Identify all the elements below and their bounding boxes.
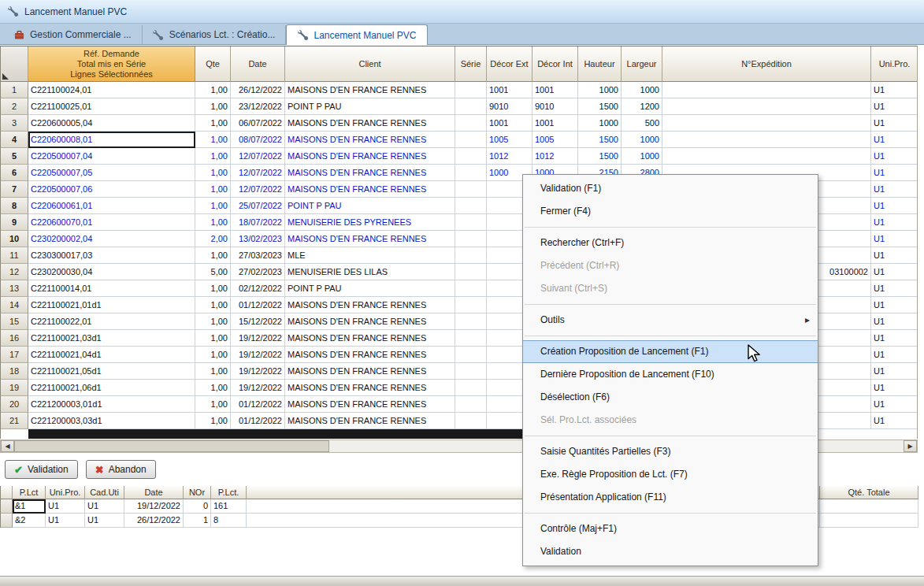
cell-uni_pro[interactable]: U1 (871, 363, 918, 380)
cell-hauteur[interactable]: 1500 (578, 98, 622, 115)
cell-largeur[interactable]: 1000 (622, 132, 662, 148)
cell-ref[interactable]: C220600061,01 (28, 198, 195, 214)
cell-client[interactable]: MAISONS D'EN FRANCE RENNES (285, 330, 455, 347)
cell-client[interactable]: MAISONS D'EN FRANCE RENNES (285, 380, 455, 396)
cell-decor_ext[interactable]: 1012 (487, 148, 533, 165)
cell-serie[interactable] (455, 380, 487, 396)
cell-client[interactable]: MAISONS D'EN FRANCE RENNES (285, 115, 455, 132)
cell-client[interactable]: MAISONS D'EN FRANCE RENNES (285, 347, 455, 363)
cell-serie[interactable] (455, 214, 487, 231)
cell-date[interactable]: 06/07/2022 (231, 115, 285, 132)
cell-largeur[interactable]: 500 (622, 115, 662, 132)
cell-ref[interactable]: C230300017,03 (28, 247, 195, 264)
cell-date[interactable]: 01/12/2022 (231, 396, 285, 413)
cell-ref[interactable]: C220500007,04 (28, 148, 195, 165)
column-header-date[interactable]: Date (124, 486, 184, 499)
cell-caduti[interactable]: U1 (85, 499, 124, 514)
cell-nor[interactable]: 1 (184, 514, 211, 528)
cell-uni_pro[interactable]: U1 (871, 98, 918, 115)
cell-decor_ext[interactable]: 9010 (487, 98, 533, 115)
cell-ref[interactable]: C220600070,01 (28, 214, 195, 231)
cell-serie[interactable] (455, 396, 487, 413)
menu-item-exe-r-gle-proposition-de-lct-f7[interactable]: Exe. Règle Proposition de Lct. (F7) (523, 463, 818, 486)
column-header-caduti[interactable]: Cad.Uti (85, 486, 124, 499)
cell-uni_pro[interactable]: U1 (871, 214, 918, 231)
cell-client[interactable]: MAISONS D'EN FRANCE RENNES (285, 363, 455, 380)
cell-date[interactable]: 19/12/2022 (124, 499, 184, 514)
cell-serie[interactable] (455, 247, 487, 264)
cell-date[interactable]: 18/07/2022 (231, 214, 285, 231)
cell-qte[interactable]: 2,00 (195, 231, 231, 247)
cell-unipro[interactable]: U1 (46, 514, 85, 528)
cell-client[interactable]: MAISONS D'EN FRANCE RENNES (285, 132, 455, 148)
column-header-ref[interactable]: Réf. Demande Total mis en Série Lignes S… (28, 46, 195, 82)
cell-qte[interactable]: 1,00 (195, 380, 231, 396)
cell-client[interactable]: MAISONS D'EN FRANCE RENNES (285, 148, 455, 165)
cell-ref[interactable]: C221100021,01d1 (28, 297, 195, 313)
cell-uni_pro[interactable]: U1 (871, 330, 918, 347)
cell-uni_pro[interactable]: U1 (871, 115, 918, 132)
column-header-largeur[interactable]: Largeur (622, 46, 662, 82)
cell-serie[interactable] (455, 165, 487, 181)
cell-uni_pro[interactable]: U1 (871, 231, 918, 247)
cell-date[interactable]: 12/07/2022 (231, 148, 285, 165)
cell-serie[interactable] (455, 313, 487, 330)
table-row[interactable]: 4C220600008,011,0008/07/2022MAISONS D'EN… (1, 132, 917, 148)
cell-uni_pro[interactable]: U1 (871, 313, 918, 330)
cell-hauteur[interactable]: 1500 (578, 132, 622, 148)
scroll-right-button[interactable]: ▶ (904, 440, 917, 452)
cell-qte[interactable]: 1,00 (195, 396, 231, 413)
cell-decor_int[interactable]: 1005 (533, 132, 578, 148)
cell-qte[interactable]: 1,00 (195, 148, 231, 165)
cell-decor_int[interactable]: 1001 (533, 115, 578, 132)
validation-button[interactable]: ✔Validation (5, 460, 78, 479)
menu-item-contr-le-maj-f1[interactable]: Contrôle (Maj+F1) (523, 517, 818, 540)
cell-nor[interactable]: 0 (184, 499, 211, 514)
cell-ref[interactable]: C220500007,06 (28, 181, 195, 198)
menu-item-validation-f1[interactable]: Validation (F1) (523, 177, 818, 200)
cell-client[interactable]: MLE (285, 247, 455, 264)
column-header-expedition[interactable]: N°Expédition (662, 46, 871, 82)
cell-qte[interactable]: 5,00 (195, 264, 231, 280)
cell-qte[interactable]: 1,00 (195, 330, 231, 347)
cell-serie[interactable] (455, 330, 487, 347)
cell-plct[interactable]: &1 (13, 499, 46, 514)
cell-date[interactable]: 27/03/2023 (231, 247, 285, 264)
cell-qte[interactable]: 1,00 (195, 297, 231, 313)
menu-item-validation[interactable]: Validation (523, 540, 818, 563)
cell-qte[interactable]: 1,00 (195, 198, 231, 214)
cell-date[interactable]: 19/12/2022 (231, 347, 285, 363)
cell-uni_pro[interactable]: U1 (871, 396, 918, 413)
cell-hauteur[interactable]: 1000 (578, 82, 622, 98)
cell-unipro[interactable]: U1 (46, 499, 85, 514)
cell-ref[interactable]: C221100025,01 (28, 98, 195, 115)
cell-client[interactable]: MAISONS D'EN FRANCE RENNES (285, 313, 455, 330)
column-header-unipro[interactable]: Uni.Pro. (46, 486, 85, 499)
cell-uni_pro[interactable]: U1 (871, 347, 918, 363)
cell-ref[interactable]: C221100014,01 (28, 280, 195, 297)
cell-client[interactable]: MAISONS D'EN FRANCE RENNES (285, 82, 455, 98)
cell-decor_ext[interactable]: 1001 (487, 115, 533, 132)
cell-qte[interactable]: 1,00 (195, 132, 231, 148)
cell-qte_totale[interactable] (820, 499, 918, 514)
column-header-qte[interactable]: Qte (195, 46, 231, 82)
cell-qte[interactable]: 1,00 (195, 363, 231, 380)
cell-date[interactable]: 13/02/2023 (231, 231, 285, 247)
cell-date[interactable]: 19/12/2022 (231, 380, 285, 396)
column-header-nor[interactable]: NOr (184, 486, 211, 499)
cell-date[interactable]: 26/12/2022 (231, 82, 285, 98)
cell-date[interactable]: 19/12/2022 (231, 363, 285, 380)
cell-uni_pro[interactable]: U1 (871, 247, 918, 264)
column-header-decor_int[interactable]: Décor Int (533, 46, 578, 82)
cell-date[interactable]: 12/07/2022 (231, 181, 285, 198)
column-header-qte_totale[interactable]: Qté. Totale (820, 486, 918, 499)
menu-item-cr-ation-proposition-de-lancement-f1[interactable]: Création Proposition de Lancement (F1) (523, 340, 818, 363)
cell-ref[interactable]: C221200003,01d1 (28, 396, 195, 413)
cell-expedition[interactable] (662, 115, 871, 132)
column-header-uni_pro[interactable]: Uni.Pro. (871, 46, 918, 82)
cell-ref[interactable]: C221100022,01 (28, 313, 195, 330)
cell-hauteur[interactable]: 1500 (578, 148, 622, 165)
cell-client[interactable]: MAISONS D'EN FRANCE RENNES (285, 413, 455, 429)
cell-client[interactable]: POINT P PAU (285, 98, 455, 115)
cell-serie[interactable] (455, 82, 487, 98)
